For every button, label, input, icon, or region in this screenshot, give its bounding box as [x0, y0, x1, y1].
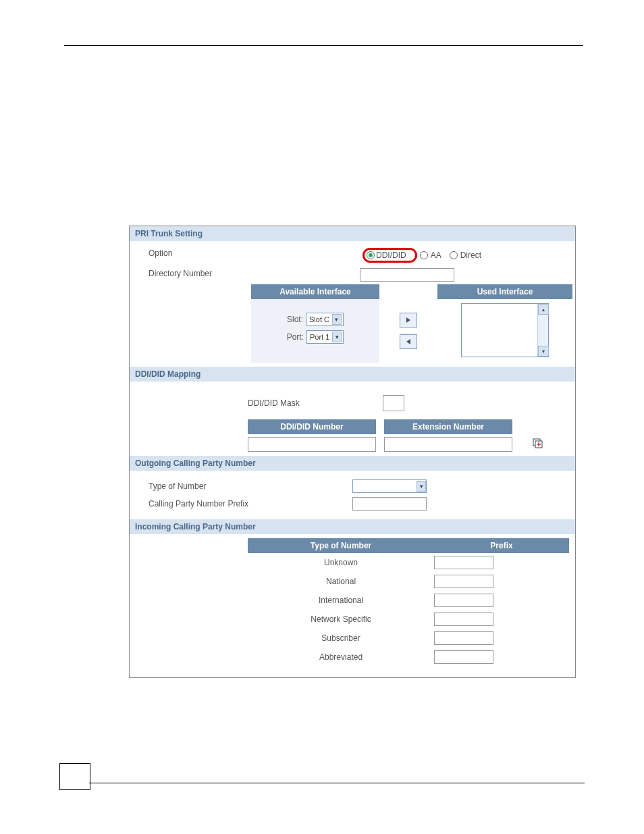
- transfer-buttons-column: [379, 284, 437, 363]
- icpn-type-header: Type of Number: [248, 538, 434, 553]
- icpn-prefix-input-national[interactable]: [434, 575, 493, 588]
- available-interface-column: Available Interface Slot: Slot C ▾ Port:: [251, 284, 379, 363]
- move-left-button[interactable]: [400, 334, 417, 349]
- ddi-number-input[interactable]: [248, 437, 376, 452]
- calling-party-prefix-label: Calling Party Number Prefix: [130, 499, 352, 509]
- directory-number-input[interactable]: [360, 268, 454, 282]
- icpn-type-subscriber: Subscriber: [248, 629, 434, 648]
- ddi-mapping-body: DDI/DID Mask DDI/DID Number Extension Nu…: [130, 382, 575, 456]
- move-right-button[interactable]: [400, 313, 417, 328]
- icpn-prefix-input-network-specific[interactable]: [434, 613, 493, 626]
- used-interface-column: Used Interface ▴ ▾: [437, 284, 572, 363]
- icpn-type-abbreviated: Abbreviated: [248, 648, 434, 667]
- add-row-button[interactable]: [533, 438, 543, 451]
- extension-number-header: Extension Number: [384, 419, 512, 434]
- directory-number-label: Directory Number: [130, 269, 251, 278]
- icpn-type-network-specific: Network Specific: [248, 610, 434, 629]
- chevron-down-icon: ▾: [417, 481, 426, 492]
- chevron-down-icon: ▾: [332, 332, 342, 342]
- icpn-type-unknown: Unknown: [248, 553, 434, 572]
- radio-direct[interactable]: [450, 251, 458, 259]
- right-arrow-icon: [405, 317, 412, 323]
- icpn-type-national: National: [248, 572, 434, 591]
- port-label: Port:: [287, 332, 304, 342]
- page-number-box: [59, 763, 90, 790]
- left-arrow-icon: [405, 338, 412, 345]
- radio-aa-label: AA: [431, 251, 441, 260]
- scroll-up-button[interactable]: ▴: [538, 304, 549, 315]
- icpn-prefix-input-subscriber[interactable]: [434, 631, 493, 645]
- svg-marker-1: [406, 339, 410, 344]
- pri-trunk-body: Option DDI/DID AA Direct Directory Numbe…: [130, 241, 575, 367]
- used-interface-listbox[interactable]: ▴ ▾: [461, 303, 549, 357]
- port-select-value: Port 1: [310, 333, 329, 341]
- section-title-pri-trunk: PRI Trunk Setting: [130, 226, 575, 241]
- highlight-ddi-did: DDI/DID: [363, 248, 417, 263]
- icpn-prefix-input-abbreviated[interactable]: [434, 650, 493, 664]
- icpn-type-international: International: [248, 591, 434, 610]
- available-interface-header: Available Interface: [251, 284, 379, 299]
- icpn-table: Type of Number Prefix Unknown National I…: [248, 538, 569, 667]
- radio-ddi-did[interactable]: [367, 251, 375, 259]
- section-title-ocpn: Outgoing Calling Party Number: [130, 456, 575, 471]
- radio-ddi-did-label: DDI/DID: [376, 251, 406, 260]
- svg-marker-0: [406, 317, 410, 323]
- ddi-mask-label: DDI/DID Mask: [248, 398, 383, 408]
- ddi-number-header: DDI/DID Number: [248, 419, 376, 434]
- settings-panel: PRI Trunk Setting Option DDI/DID AA Dire…: [129, 226, 576, 678]
- icpn-prefix-input-unknown[interactable]: [434, 556, 493, 569]
- interface-grid: Available Interface Slot: Slot C ▾ Port:: [130, 284, 575, 363]
- radio-direct-label: Direct: [460, 251, 481, 260]
- slot-select-value: Slot C: [309, 315, 329, 323]
- top-horizontal-rule: [64, 45, 583, 46]
- port-select[interactable]: Port 1 ▾: [306, 330, 344, 344]
- section-title-icpn: Incoming Calling Party Number: [130, 519, 575, 534]
- ocpn-body: Type of Number ▾ Calling Party Number Pr…: [130, 471, 575, 519]
- icpn-prefix-input-international[interactable]: [434, 594, 493, 607]
- type-of-number-select[interactable]: ▾: [352, 479, 427, 493]
- add-row-icon: [533, 438, 543, 449]
- option-label: Option: [130, 249, 251, 258]
- ddi-mapping-table: DDI/DID Number Extension Number: [248, 419, 575, 452]
- used-interface-header: Used Interface: [437, 284, 572, 299]
- listbox-scrollbar[interactable]: ▴ ▾: [537, 304, 548, 357]
- chevron-down-icon: ▾: [332, 314, 342, 325]
- type-of-number-label: Type of Number: [130, 481, 352, 491]
- ddi-mask-input[interactable]: [383, 395, 404, 411]
- section-title-ddi-mapping: DDI/DID Mapping: [130, 367, 575, 382]
- calling-party-prefix-input[interactable]: [352, 497, 427, 511]
- bottom-horizontal-rule: [89, 783, 585, 783]
- icpn-body: Type of Number Prefix Unknown National I…: [130, 534, 575, 677]
- slot-label: Slot:: [287, 315, 303, 324]
- icpn-prefix-header: Prefix: [434, 538, 569, 553]
- slot-select[interactable]: Slot C ▾: [306, 313, 344, 326]
- scroll-down-button[interactable]: ▾: [538, 346, 549, 357]
- extension-number-input[interactable]: [384, 437, 512, 452]
- radio-aa[interactable]: [420, 251, 428, 259]
